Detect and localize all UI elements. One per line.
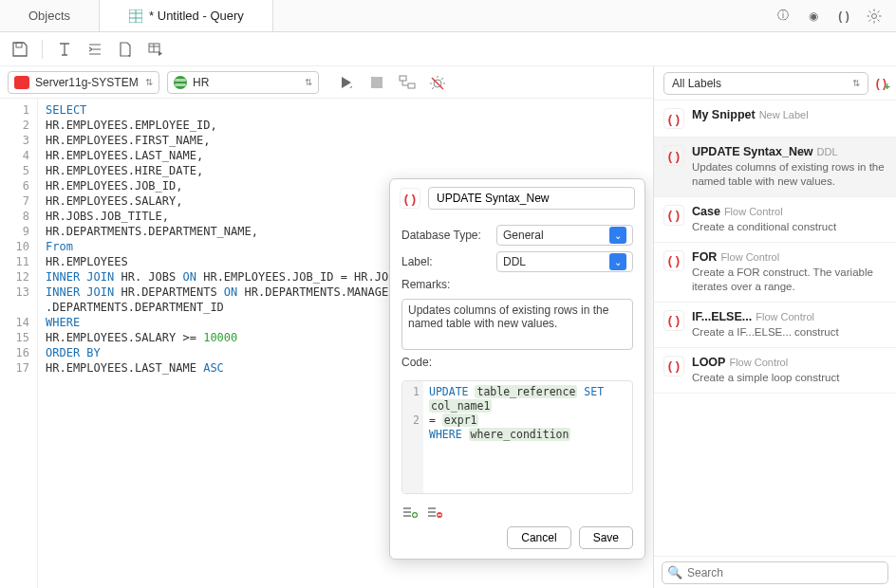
gear-icon[interactable] <box>866 8 883 25</box>
db-type-value: General <box>503 229 544 242</box>
save-button[interactable]: Save <box>579 526 633 549</box>
updown-icon: ⇅ <box>145 77 153 87</box>
snippet-title: My Snippet <box>692 108 756 121</box>
snippet-item[interactable]: ( ) FORFlow Control Create a FOR constru… <box>654 243 896 303</box>
snippet-code-editor[interactable]: 12 UPDATE table_reference SET col_name1=… <box>401 380 633 494</box>
format-icon[interactable] <box>54 39 75 60</box>
add-placeholder-icon[interactable] <box>401 505 419 519</box>
label-label: Label: <box>401 255 489 268</box>
svg-line-10 <box>878 19 880 21</box>
svg-line-12 <box>869 19 871 21</box>
snippet-tag: DDL <box>817 146 838 157</box>
snippet-desc: Create a IF...ELSE... construct <box>692 325 839 340</box>
cancel-button[interactable]: Cancel <box>507 526 570 549</box>
snippet-item[interactable]: ( ) UPDATE Syntax_NewDDL Updates columns… <box>654 138 896 197</box>
explain-icon[interactable] <box>397 72 418 93</box>
remove-placeholder-icon[interactable] <box>426 505 443 519</box>
snippet-icon: ( ) <box>663 310 684 331</box>
add-snippet-icon[interactable]: ( )+ <box>876 77 887 90</box>
eye-icon[interactable]: ◉ <box>805 8 822 25</box>
run-icon[interactable] <box>336 72 357 93</box>
snippet-icon: ( ) <box>663 108 684 129</box>
snippet-title: LOOP <box>692 356 725 369</box>
db-type-label: Database Type: <box>401 229 489 242</box>
tab-objects-label: Objects <box>28 9 70 23</box>
svg-line-9 <box>869 10 871 12</box>
label-value: DDL <box>503 255 526 268</box>
svg-line-11 <box>878 10 880 12</box>
snippet-title: Case <box>692 205 720 218</box>
search-icon: 🔍 <box>667 565 682 579</box>
header-icons: ⓘ ◉ ( ) <box>775 8 896 25</box>
oracle-icon <box>14 76 29 89</box>
db-type-select[interactable]: General ⌄ <box>496 225 633 246</box>
snippet-tag: Flow Control <box>729 357 788 368</box>
snippets-sidebar: All Labels ⇅ ( )+ ( ) My SnippetNew Labe… <box>654 66 896 588</box>
snippet-icon: ( ) <box>663 145 684 166</box>
tabs-row: Objects * Untitled - Query ⓘ ◉ ( ) <box>0 0 896 32</box>
snippet-name-input[interactable] <box>428 187 635 210</box>
svg-rect-18 <box>400 76 406 81</box>
info-icon[interactable]: ⓘ <box>775 8 792 25</box>
remarks-label: Remarks: <box>401 278 489 291</box>
snippet-tag: New Label <box>759 109 809 120</box>
tab-objects[interactable]: Objects <box>0 0 100 31</box>
server-name: Server11g-SYSTEM <box>35 76 139 89</box>
snippet-list: ( ) My SnippetNew Label ( ) UPDATE Synta… <box>654 101 896 556</box>
snippet-icon: ( ) <box>400 188 420 209</box>
snippet-desc: Create a FOR construct. The variable ite… <box>692 266 887 294</box>
snippet-item[interactable]: ( ) IF...ELSE...Flow Control Create a IF… <box>654 303 896 348</box>
svg-rect-17 <box>371 77 383 88</box>
label-select[interactable]: DDL ⌄ <box>496 251 633 272</box>
snippet-tag: Flow Control <box>756 311 814 322</box>
updown-icon: ⇅ <box>305 77 312 87</box>
database-selector[interactable]: HR ⇅ <box>167 71 319 94</box>
labels-filter-select[interactable]: All Labels ⇅ <box>663 72 868 95</box>
editor-gutter: 1234567891011121314151617 <box>0 99 38 588</box>
snippet-desc: Updates columns of existing rows in the … <box>692 160 887 189</box>
search-input[interactable] <box>662 561 888 584</box>
mini-code[interactable]: UPDATE table_reference SET col_name1= ex… <box>423 381 632 493</box>
mini-gutter: 12 <box>402 381 423 493</box>
database-name: HR <box>193 76 209 89</box>
chevron-down-icon: ⌄ <box>609 253 626 270</box>
svg-point-4 <box>872 13 877 18</box>
page-icon[interactable] <box>115 39 136 60</box>
snippet-item[interactable]: ( ) CaseFlow Control Create a conditiona… <box>654 197 896 243</box>
chevron-down-icon: ⌄ <box>609 227 626 244</box>
svg-rect-13 <box>16 43 22 47</box>
labels-filter-value: All Labels <box>672 77 721 90</box>
snippet-icon: ( ) <box>663 356 684 377</box>
snippet-icon: ( ) <box>663 250 684 271</box>
server-selector[interactable]: Server11g-SYSTEM ⇅ <box>8 71 159 94</box>
snippet-title: IF...ELSE... <box>692 310 752 323</box>
save-icon[interactable] <box>9 39 30 60</box>
snippet-item[interactable]: ( ) LOOPFlow Control Create a simple loo… <box>654 348 896 394</box>
updown-icon: ⇅ <box>852 78 860 88</box>
stop-icon[interactable] <box>366 72 387 93</box>
braces-icon[interactable]: ( ) <box>835 8 852 25</box>
snippet-editor-popup: ( ) Database Type: General ⌄ Label: DDL … <box>389 178 645 560</box>
tab-query-label: * Untitled - Query <box>149 9 244 23</box>
snippet-title: UPDATE Syntax_New <box>692 145 813 158</box>
snippet-desc: Create a simple loop construct <box>692 371 839 385</box>
indent-icon[interactable] <box>84 39 105 60</box>
svg-rect-19 <box>408 83 415 88</box>
snippet-tag: Flow Control <box>724 206 783 217</box>
remarks-input[interactable] <box>401 299 633 350</box>
snippet-title: FOR <box>692 250 717 264</box>
tab-query[interactable]: * Untitled - Query <box>100 0 273 31</box>
connection-bar: Server11g-SYSTEM ⇅ HR ⇅ <box>0 66 653 99</box>
snippet-tag: Flow Control <box>720 251 779 263</box>
snippet-icon: ( ) <box>663 205 684 226</box>
table-icon <box>128 9 143 24</box>
code-label: Code: <box>401 356 489 369</box>
database-icon <box>174 76 187 89</box>
snippet-item[interactable]: ( ) My SnippetNew Label <box>654 101 896 138</box>
toolbar <box>0 32 896 66</box>
separator <box>42 40 43 59</box>
debug-icon[interactable] <box>427 72 448 93</box>
grid-play-icon[interactable] <box>145 39 166 60</box>
snippet-desc: Create a conditional construct <box>692 220 836 234</box>
